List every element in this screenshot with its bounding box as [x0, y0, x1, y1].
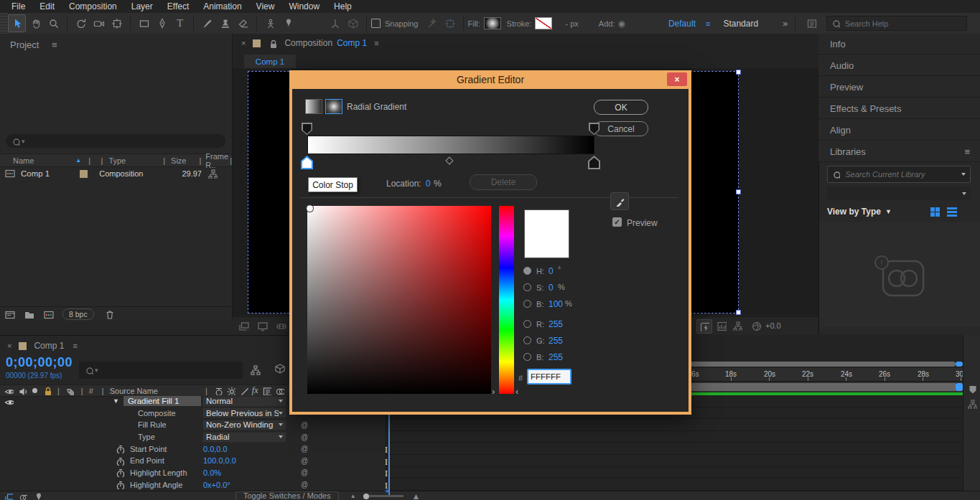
selection-handle-top-right[interactable]: [736, 70, 741, 75]
libraries-menu-icon[interactable]: ≡: [964, 146, 970, 157]
hex-input-box[interactable]: [527, 369, 571, 385]
cancel-button[interactable]: Cancel: [594, 121, 648, 136]
panel-tab-libraries[interactable]: Libraries≡: [818, 141, 980, 162]
hand-tool[interactable]: [27, 15, 44, 32]
dialog-titlebar[interactable]: Gradient Editor: [289, 70, 691, 89]
panel-title[interactable]: Composition: [284, 38, 332, 48]
project-tab[interactable]: Project ≡: [0, 34, 232, 50]
comp-flowchart-icon[interactable]: [732, 321, 742, 331]
column-name[interactable]: Name: [13, 156, 34, 165]
interpret-footage-icon[interactable]: [4, 309, 15, 320]
in-out-arrows-icon[interactable]: [33, 492, 42, 500]
pick-whip-icon[interactable]: @: [301, 468, 308, 476]
b2-radio[interactable]: [523, 353, 531, 361]
stopwatch-icon[interactable]: [115, 444, 124, 453]
workspace-default[interactable]: Default: [668, 19, 696, 29]
eyedropper-button[interactable]: [610, 192, 629, 210]
rotate-tool[interactable]: [73, 15, 89, 32]
gradient-preview-bar[interactable]: [307, 136, 594, 154]
h-radio[interactable]: [523, 267, 531, 275]
highlight-length-value[interactable]: 0.0%: [203, 468, 221, 477]
layer-visibility-eye-icon[interactable]: [4, 397, 14, 406]
pen-tool[interactable]: [154, 15, 170, 32]
stroke-width-value[interactable]: - px: [565, 19, 578, 28]
property-row-fill-rule[interactable]: Fill Rule Non-Zero Winding @: [0, 419, 386, 431]
menu-animation[interactable]: Animation: [196, 1, 248, 11]
hue-arrow-right-icon[interactable]: ‹: [515, 386, 518, 397]
menu-edit[interactable]: Edit: [32, 1, 62, 11]
g-radio[interactable]: [523, 336, 531, 344]
selection-handle-mid-right[interactable]: [736, 189, 741, 194]
shy-switch-icon[interactable]: [213, 386, 223, 395]
camera-tool[interactable]: [90, 15, 107, 32]
panel-tab-preview[interactable]: Preview: [818, 77, 980, 98]
frame-blend-switch-icon[interactable]: [226, 386, 235, 395]
roto-brush-tool[interactable]: [262, 15, 279, 32]
solo-column-icon[interactable]: [32, 388, 37, 393]
column-size[interactable]: Size: [171, 156, 186, 165]
pick-whip-icon[interactable]: @: [301, 421, 308, 429]
fill-swatch[interactable]: [484, 17, 501, 29]
value-ibeam[interactable]: I: [385, 457, 388, 468]
r-value[interactable]: 255: [549, 319, 563, 329]
timeline-close-icon[interactable]: ×: [7, 341, 11, 350]
scrollbar-zoom-handle[interactable]: [956, 362, 963, 367]
bit-depth-button[interactable]: 8 bpc: [62, 308, 94, 320]
property-row-end-point[interactable]: End Point 100.0,0.0 @: [0, 455, 386, 467]
highlight-angle-value[interactable]: 0x+0.0°: [203, 481, 230, 489]
local-axis-mode[interactable]: [327, 15, 343, 32]
delete-stop-button[interactable]: Delete: [470, 174, 537, 190]
video-column-icon[interactable]: [4, 386, 14, 395]
opacity-stop-left[interactable]: [302, 123, 312, 135]
preview-checkbox[interactable]: ✓: [612, 217, 622, 227]
workspace-standard[interactable]: Standard: [723, 19, 758, 29]
comp-button-icon[interactable]: [967, 399, 977, 409]
blend-mode-dropdown[interactable]: Normal: [202, 396, 286, 407]
pan-behind-tool[interactable]: [108, 15, 125, 32]
zoom-tool[interactable]: [45, 15, 62, 32]
panel-tab-effects-presets[interactable]: Effects & Presets: [818, 98, 980, 119]
saturation-brightness-field[interactable]: [307, 206, 491, 394]
dialog-close-button[interactable]: ×: [667, 72, 687, 86]
puppet-pin-tool[interactable]: [280, 15, 297, 32]
menu-view[interactable]: View: [249, 1, 282, 11]
library-search-input[interactable]: [844, 169, 961, 179]
view-by-type-chevron-icon[interactable]: ▼: [885, 208, 892, 215]
hex-input[interactable]: [528, 372, 570, 382]
graph-editor-icon[interactable]: [19, 492, 27, 500]
property-row-highlight-angle[interactable]: Highlight Angle 0x+0.0° @: [0, 478, 386, 491]
library-search-chevron-icon[interactable]: [961, 173, 966, 176]
add-shape-icon[interactable]: ◉: [617, 19, 625, 29]
r-radio[interactable]: [523, 320, 531, 328]
timeline-graph-icon[interactable]: [717, 321, 727, 331]
menu-file[interactable]: File: [4, 1, 32, 11]
library-select-dropdown[interactable]: [827, 187, 971, 200]
grid-view-icon[interactable]: [930, 207, 940, 217]
ok-button[interactable]: OK: [594, 100, 648, 115]
value-ibeam[interactable]: I: [385, 481, 388, 491]
index-column-label[interactable]: #: [89, 387, 93, 395]
menu-help[interactable]: Help: [327, 1, 359, 11]
s-radio[interactable]: [523, 283, 531, 291]
location-value[interactable]: 0: [426, 179, 431, 189]
audio-column-icon[interactable]: [18, 386, 27, 395]
menu-composition[interactable]: Composition: [62, 1, 124, 11]
project-item-row[interactable]: Comp 1 Composition 29.97: [0, 166, 232, 181]
view-by-type-label[interactable]: View by Type: [827, 207, 881, 217]
panel-tab-info[interactable]: Info: [818, 34, 980, 55]
type-tool[interactable]: T: [172, 15, 188, 32]
property-row-type[interactable]: Type Radial @: [0, 431, 386, 443]
s-value[interactable]: 0: [549, 283, 554, 293]
timeline-menu-icon[interactable]: ≡: [73, 341, 77, 350]
property-row-highlight-length[interactable]: Highlight Length 0.0% @: [0, 467, 386, 479]
pick-whip-icon[interactable]: @: [301, 445, 308, 453]
eraser-tool[interactable]: [235, 15, 251, 32]
frame-blend-toggle-icon[interactable]: [4, 492, 13, 500]
exposure-value[interactable]: +0.0: [765, 321, 781, 330]
comp-subtab[interactable]: Comp 1: [244, 55, 296, 68]
hue-strip[interactable]: [499, 206, 514, 394]
fast-previews-button[interactable]: [696, 319, 712, 334]
lock-column-icon[interactable]: [42, 386, 52, 395]
gradient-type-dropdown[interactable]: Radial: [202, 432, 286, 443]
project-search-box[interactable]: ▾: [6, 134, 225, 148]
